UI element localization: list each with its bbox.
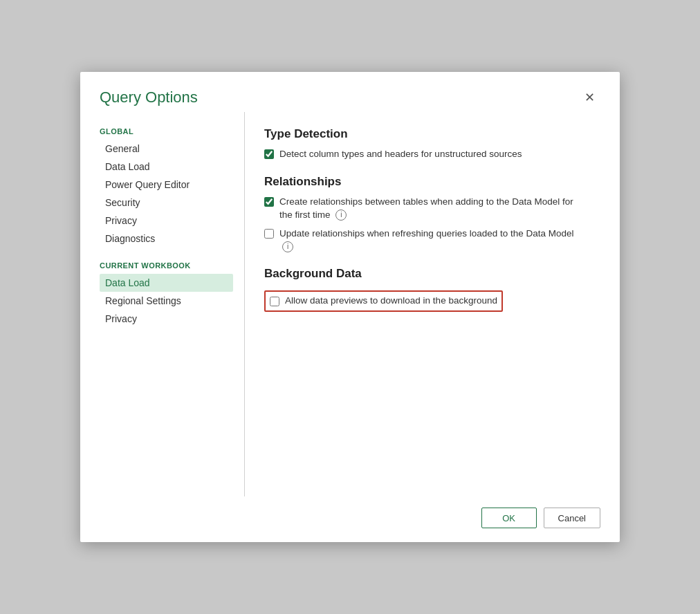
relationships-label-2: Update relationships when refreshing que… [279,227,581,254]
relationships-info-icon-2: i [282,241,293,252]
background-data-checkbox[interactable] [270,297,279,306]
relationships-checkbox-2[interactable] [264,229,274,239]
background-data-highlighted-row: Allow data previews to download in the b… [264,290,503,312]
relationships-row-1: Create relationships between tables when… [264,196,581,222]
dialog-title: Query Options [100,89,198,106]
background-data-title: Background Data [264,267,581,281]
sidebar-item-data-load-global[interactable]: Data Load [100,158,233,176]
global-section-label: GLOBAL [100,127,233,136]
sidebar: GLOBAL General Data Load Power Query Edi… [100,112,245,496]
sidebar-item-privacy-global[interactable]: Privacy [100,212,233,230]
type-detection-checkbox[interactable] [264,149,274,159]
sidebar-item-diagnostics[interactable]: Diagnostics [100,230,233,248]
current-section-label: CURRENT WORKBOOK [100,261,233,270]
sidebar-item-security-global[interactable]: Security [100,194,233,212]
relationships-title: Relationships [264,175,581,189]
dialog-footer: OK Cancel [80,496,620,542]
relationships-checkbox-1[interactable] [264,197,274,207]
type-detection-title: Type Detection [264,127,581,141]
cancel-button[interactable]: Cancel [544,508,600,528]
dialog-body: GLOBAL General Data Load Power Query Edi… [80,112,620,496]
close-button[interactable]: ✕ [579,89,600,106]
ok-button[interactable]: OK [481,508,537,528]
relationships-label-1: Create relationships between tables when… [279,196,581,222]
type-detection-row: Detect column types and headers for unst… [264,148,581,161]
background-data-label: Allow data previews to download in the b… [285,295,497,308]
sidebar-item-privacy-current[interactable]: Privacy [100,310,233,328]
type-detection-label: Detect column types and headers for unst… [279,148,522,161]
query-options-dialog: Query Options ✕ GLOBAL General Data Load… [80,72,620,542]
dialog-header: Query Options ✕ [80,72,620,112]
relationships-info-icon-1: i [335,210,347,221]
sidebar-item-general[interactable]: General [100,140,233,158]
relationships-row-2: Update relationships when refreshing que… [264,227,581,254]
sidebar-item-data-load-current[interactable]: Data Load [100,274,233,292]
sidebar-item-power-query-editor[interactable]: Power Query Editor [100,176,233,194]
sidebar-item-regional-settings[interactable]: Regional Settings [100,292,233,310]
main-content: Type Detection Detect column types and h… [245,112,600,496]
